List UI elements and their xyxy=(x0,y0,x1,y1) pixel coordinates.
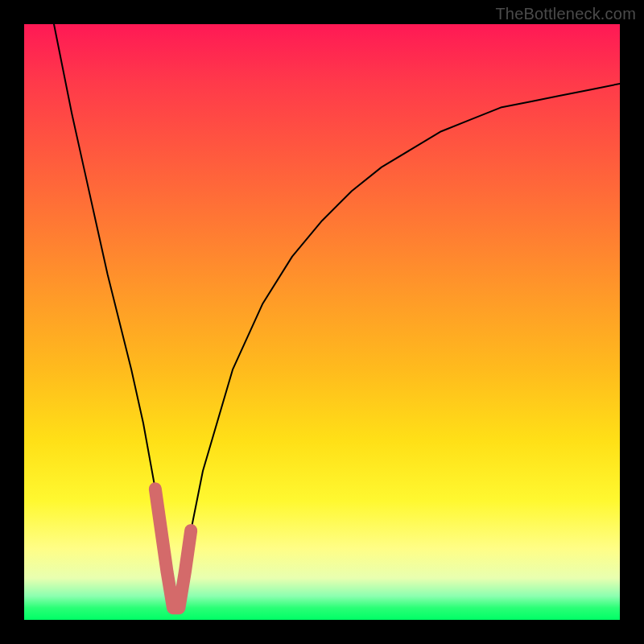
optimal-range-marker xyxy=(24,24,620,620)
chart-area xyxy=(24,24,620,620)
watermark-text: TheBottleneck.com xyxy=(495,5,636,23)
